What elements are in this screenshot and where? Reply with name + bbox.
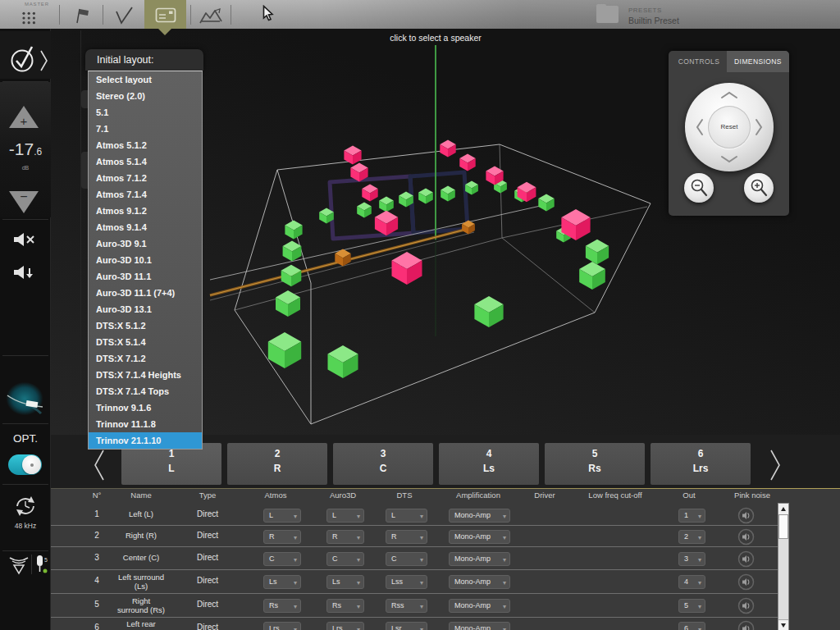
svg-text:5: 5 [44, 557, 48, 563]
svg-text:−: − [20, 189, 27, 203]
svg-text:+: + [21, 114, 28, 128]
